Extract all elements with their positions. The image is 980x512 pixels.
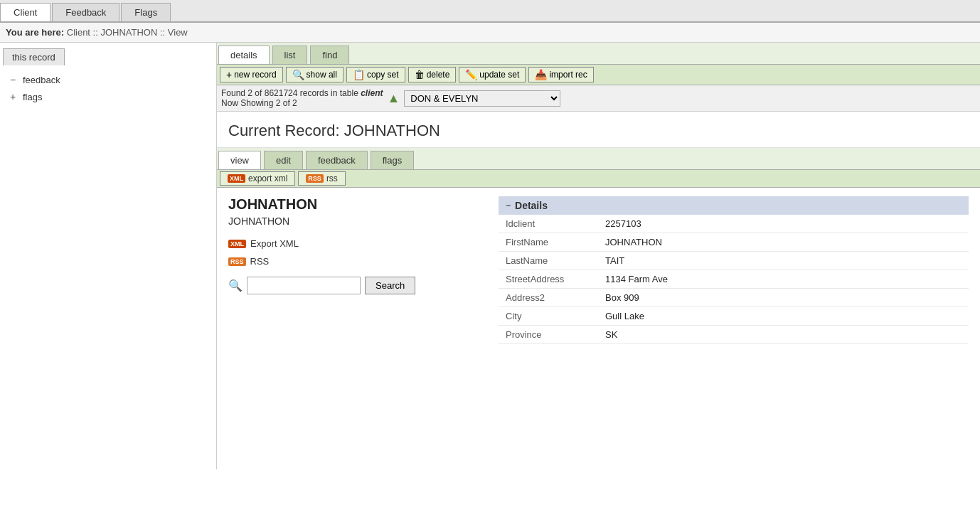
show-all-label: show all (307, 70, 337, 80)
copy-set-button[interactable]: 📋 copy set (346, 67, 405, 82)
rss-small-badge: RSS (228, 257, 246, 266)
record-nav: Found 2 of 8621724 records in table clie… (217, 85, 980, 112)
search-small-icon: 🔍 (292, 69, 304, 80)
tab-list[interactable]: list (272, 46, 308, 64)
sidebar-item-flags-label: flags (23, 92, 42, 102)
tab-feedback[interactable]: Feedback (52, 3, 119, 21)
sidebar-item-feedback-label: feedback (23, 75, 60, 85)
xml-small-badge: XML (228, 240, 246, 248)
import-rec-label: import rec (549, 70, 587, 80)
sidebar-item-feedback[interactable]: − feedback (3, 71, 213, 88)
update-set-label: update set (479, 70, 519, 80)
record-name-big: JOHNATHON (228, 196, 484, 213)
field-value: Gull Lake (598, 307, 969, 326)
table-row: FirstNameJOHNATHON (499, 233, 969, 252)
field-value: JOHNATHON (598, 233, 969, 252)
export-tabs: XML export xml RSS rss (217, 170, 980, 188)
field-value: SK (598, 326, 969, 344)
new-record-button[interactable]: + new record (220, 67, 283, 82)
breadcrumb-prefix: You are here: (6, 27, 64, 38)
xml-badge: XML (228, 174, 245, 183)
table-row: StreetAddress1134 Farm Ave (499, 270, 969, 289)
record-body: JOHNATHON JOHNATHON XML Export XML RSS R… (217, 188, 980, 353)
export-xml-tab-label: export xml (248, 174, 287, 183)
search-button[interactable]: Search (365, 277, 415, 294)
record-left-panel: JOHNATHON JOHNATHON XML Export XML RSS R… (228, 196, 484, 344)
sidebar-this-record-tab[interactable]: this record (3, 48, 65, 65)
plus-icon: + (226, 69, 232, 80)
tab-flags[interactable]: Flags (121, 3, 171, 21)
rss-badge: RSS (306, 174, 324, 183)
details-title: Details (515, 200, 548, 211)
tab-client[interactable]: Client (0, 3, 50, 21)
table-row: Address2Box 909 (499, 289, 969, 307)
tab-record-feedback[interactable]: feedback (306, 151, 368, 169)
breadcrumb-path: Client :: JOHNATHON :: View (67, 27, 188, 38)
details-table: Idclient2257103FirstNameJOHNATHONLastNam… (499, 215, 969, 344)
delete-button[interactable]: 🗑 delete (408, 67, 457, 82)
tab-record-flags[interactable]: flags (371, 151, 414, 169)
record-right-panel: − Details Idclient2257103FirstNameJOHNAT… (499, 196, 969, 344)
rss-tab-label: rss (326, 174, 338, 183)
table-row: LastNameTAIT (499, 252, 969, 270)
table-row: Idclient2257103 (499, 215, 969, 233)
search-icon: 🔍 (228, 279, 243, 292)
plus-icon: + (7, 91, 18, 102)
rss-link[interactable]: RSS RSS (228, 256, 484, 267)
delete-label: delete (427, 70, 450, 80)
breadcrumb: You are here: Client :: JOHNATHON :: Vie… (0, 23, 980, 43)
table-row: CityGull Lake (499, 307, 969, 326)
current-record-label: Current Record: (228, 122, 340, 139)
export-xml-link-label: Export XML (250, 238, 299, 249)
import-icon: 📥 (535, 69, 547, 80)
field-label: FirstName (499, 233, 598, 252)
search-input[interactable] (247, 277, 361, 294)
field-value: 1134 Farm Ave (598, 270, 969, 289)
field-label: Province (499, 326, 598, 344)
field-label: City (499, 307, 598, 326)
delete-icon: 🗑 (415, 69, 425, 80)
found-text: Found 2 of 8621724 records in table clie… (221, 88, 383, 98)
field-value: 2257103 (598, 215, 969, 233)
field-value: Box 909 (598, 289, 969, 307)
field-label: StreetAddress (499, 270, 598, 289)
nav-select[interactable]: DON & EVELYN (404, 90, 560, 107)
update-set-button[interactable]: ✏️ update set (459, 67, 526, 82)
sidebar: this record − feedback + flags (0, 43, 217, 469)
field-label: LastName (499, 252, 598, 270)
record-info: Found 2 of 8621724 records in table clie… (221, 88, 383, 108)
field-value: TAIT (598, 252, 969, 270)
record-tabs: view edit feedback flags (217, 148, 980, 170)
content-area: details list find + new record 🔍 show al… (217, 43, 980, 469)
table-row: ProvinceSK (499, 326, 969, 344)
export-xml-tab[interactable]: XML export xml (220, 171, 295, 186)
details-header: − Details (499, 196, 969, 215)
showing-text: Now Showing 2 of 2 (221, 98, 383, 108)
search-row: 🔍 Search (228, 277, 484, 294)
tab-edit[interactable]: edit (264, 151, 303, 169)
edit-icon: ✏️ (465, 69, 477, 80)
record-header: Current Record: JOHNATHON (217, 112, 980, 148)
top-tabs: Client Feedback Flags (0, 0, 980, 23)
field-label: Address2 (499, 289, 598, 307)
sidebar-items: − feedback + flags (0, 65, 216, 111)
rss-tab[interactable]: RSS rss (298, 171, 346, 186)
main-layout: this record − feedback + flags details l… (0, 43, 980, 469)
details-collapse-icon[interactable]: − (506, 201, 511, 210)
rss-link-label: RSS (250, 256, 270, 267)
export-xml-link[interactable]: XML Export XML (228, 238, 484, 249)
field-label: Idclient (499, 215, 598, 233)
toolbar-tabs: details list find (217, 43, 980, 65)
import-rec-button[interactable]: 📥 import rec (528, 67, 593, 82)
nav-back-button[interactable]: ▲ (388, 91, 400, 106)
tab-view[interactable]: view (218, 151, 261, 169)
sidebar-item-flags[interactable]: + flags (3, 88, 213, 105)
copy-set-label: copy set (367, 70, 399, 80)
action-bar: + new record 🔍 show all 📋 copy set 🗑 del… (217, 65, 980, 85)
show-all-button[interactable]: 🔍 show all (286, 67, 343, 82)
new-record-label: new record (234, 70, 276, 80)
tab-details[interactable]: details (218, 46, 270, 64)
tab-find[interactable]: find (310, 46, 349, 64)
record-name-sub: JOHNATHON (228, 215, 484, 227)
copy-icon: 📋 (353, 69, 365, 80)
